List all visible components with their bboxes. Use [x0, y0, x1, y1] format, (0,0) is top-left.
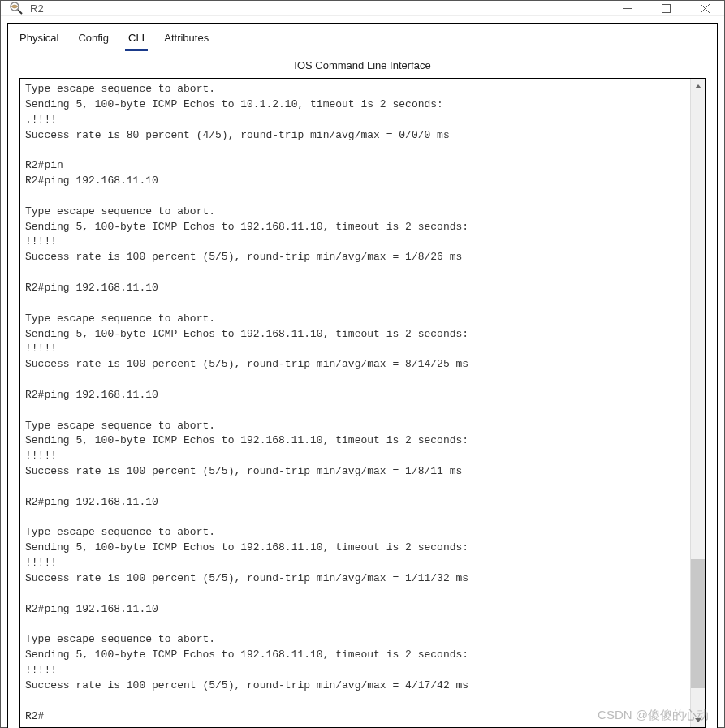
minimize-button[interactable]: [607, 1, 646, 15]
app-window: R2 Physical Config CLI Attributes IOS Co…: [0, 0, 725, 728]
terminal-wrapper: Type escape sequence to abort. Sending 5…: [19, 78, 706, 728]
scroll-up-icon[interactable]: [691, 79, 705, 93]
app-icon: [9, 1, 24, 15]
tab-physical[interactable]: Physical: [16, 30, 62, 51]
tab-config[interactable]: Config: [75, 30, 112, 51]
scroll-down-icon[interactable]: [691, 713, 705, 727]
svg-rect-3: [662, 4, 670, 12]
close-button[interactable]: [685, 1, 724, 15]
terminal-output[interactable]: Type escape sequence to abort. Sending 5…: [20, 79, 690, 727]
window-controls: [607, 1, 724, 15]
svg-line-1: [18, 10, 22, 14]
tab-cli[interactable]: CLI: [125, 30, 148, 51]
maximize-button[interactable]: [646, 1, 685, 15]
scroll-thumb[interactable]: [691, 559, 705, 689]
titlebar: R2: [1, 1, 724, 16]
tab-attributes[interactable]: Attributes: [161, 30, 212, 51]
content-area: Physical Config CLI Attributes IOS Comma…: [7, 23, 718, 728]
tab-bar: Physical Config CLI Attributes: [8, 24, 717, 51]
window-title: R2: [30, 2, 607, 15]
scrollbar[interactable]: [690, 79, 705, 727]
cli-title: IOS Command Line Interface: [8, 51, 717, 78]
